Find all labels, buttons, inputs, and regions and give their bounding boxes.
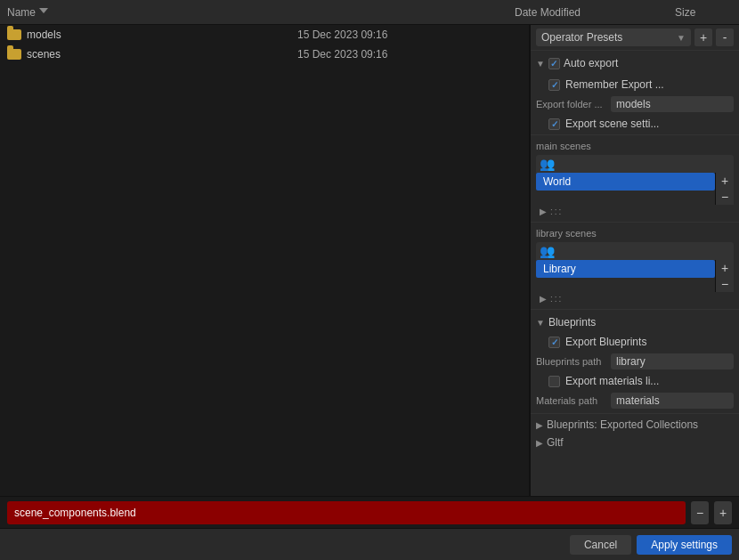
- col-name-label: Name: [7, 6, 36, 19]
- scene-item-label: World: [543, 175, 571, 188]
- scene-people-icon: 👥: [540, 157, 555, 171]
- list-item[interactable]: Library: [536, 260, 715, 278]
- file-name-label: scenes: [27, 48, 61, 61]
- blueprints-section: ▼ Blueprints: [531, 312, 739, 333]
- auto-export-label: Auto export: [564, 57, 618, 69]
- apply-settings-button[interactable]: Apply settings: [637, 535, 732, 555]
- main-scene-add-button[interactable]: +: [716, 173, 734, 189]
- list-item[interactable]: World: [536, 173, 715, 191]
- main-scenes-label: main scenes: [531, 137, 739, 153]
- blueprints-collapse-arrow-icon: ▼: [536, 318, 545, 328]
- sort-icon: [39, 8, 48, 17]
- remember-export-checkbox[interactable]: [548, 79, 560, 91]
- library-scenes-list-with-btns: Library + −: [536, 260, 734, 292]
- blueprints-path-label: Blueprints path: [536, 356, 607, 367]
- library-scenes-container: 👥 Library + − ▶ :::: [531, 240, 739, 307]
- file-date-cell: 15 Dec 2023 09:16: [290, 48, 451, 61]
- main-scenes-list-with-btns: World + −: [536, 173, 734, 205]
- folder-icon: [7, 49, 21, 60]
- expand-arrow-icon: ▶: [536, 420, 543, 430]
- filename-input[interactable]: [7, 501, 686, 524]
- cancel-button[interactable]: Cancel: [570, 535, 631, 555]
- export-materials-row: Export materials li...: [531, 372, 739, 390]
- minus-button[interactable]: −: [691, 501, 709, 524]
- export-blueprints-row: Export Blueprints: [531, 333, 739, 351]
- remember-export-label: Remember Export ...: [565, 78, 664, 91]
- blueprints-path-value[interactable]: library: [611, 353, 734, 369]
- remember-export-row: Remember Export ...: [531, 76, 739, 93]
- scene-item-label: Library: [543, 263, 576, 275]
- collapse-arrow-icon: ▼: [536, 59, 545, 69]
- export-blueprints-label: Export Blueprints: [565, 336, 646, 348]
- materials-path-row: Materials path materials: [531, 390, 739, 411]
- main-content: models 15 Dec 2023 09:16 scenes 15 Dec 2…: [0, 25, 739, 496]
- auto-export-checkbox[interactable]: [548, 58, 560, 69]
- dialog-buttons: Cancel Apply settings: [0, 528, 739, 560]
- export-scene-settings-checkbox[interactable]: [548, 118, 560, 130]
- library-scenes-header: 👥: [536, 242, 734, 260]
- export-scene-settings-row: Export scene setti...: [531, 115, 739, 133]
- right-panel: Operator Presets ▼ + - ▼ Auto export Rem…: [530, 25, 739, 496]
- presets-label: Operator Presets: [541, 31, 622, 44]
- export-scene-settings-label: Export scene setti...: [565, 118, 659, 130]
- file-name-cell: scenes: [7, 48, 290, 61]
- blueprints-collapsible-header[interactable]: ▼ Blueprints: [536, 313, 734, 331]
- blueprints-exported-collections-label: Blueprints: Exported Collections: [547, 418, 698, 431]
- col-size-header[interactable]: Size: [668, 6, 739, 19]
- auto-export-header[interactable]: ▼ Auto export: [536, 54, 734, 72]
- library-scene-remove-button[interactable]: −: [716, 276, 734, 292]
- gltf-item[interactable]: ▶ Gltf: [531, 434, 739, 451]
- list-item[interactable]: scenes 15 Dec 2023 09:16: [0, 45, 529, 64]
- materials-path-label: Materials path: [536, 395, 607, 406]
- export-folder-value[interactable]: models: [611, 96, 734, 112]
- list-item[interactable]: models 15 Dec 2023 09:16: [0, 25, 529, 45]
- gltf-expand-arrow-icon: ▶: [536, 438, 543, 448]
- presets-remove-button[interactable]: -: [716, 28, 734, 46]
- dropdown-arrow-icon: ▼: [677, 33, 686, 43]
- divider-3: [531, 309, 739, 310]
- library-transport-dots: :::: [550, 294, 563, 304]
- operator-presets-dropdown[interactable]: Operator Presets ▼: [536, 28, 691, 46]
- export-materials-label: Export materials li...: [565, 375, 659, 387]
- export-folder-row: Export folder ... models: [531, 93, 739, 115]
- divider-4: [531, 413, 739, 414]
- presets-add-button[interactable]: +: [694, 28, 712, 46]
- file-browser-header: Name Date Modified Size: [0, 0, 739, 25]
- blueprints-label: Blueprints: [548, 316, 596, 329]
- export-blueprints-checkbox[interactable]: [548, 337, 560, 348]
- library-scenes-items: Library: [536, 260, 715, 292]
- col-date-header[interactable]: Date Modified: [508, 6, 668, 19]
- library-transport-play-icon[interactable]: ▶: [540, 294, 547, 304]
- presets-row: Operator Presets ▼ + -: [531, 25, 739, 51]
- file-browser: models 15 Dec 2023 09:16 scenes 15 Dec 2…: [0, 25, 530, 496]
- export-folder-label: Export folder ...: [536, 99, 607, 110]
- plus-button[interactable]: +: [714, 501, 732, 524]
- blueprints-path-row: Blueprints path library: [531, 351, 739, 372]
- file-name-cell: models: [7, 28, 290, 41]
- main-scene-transport-row: ▶ :::: [536, 205, 734, 218]
- auto-export-section: ▼ Auto export: [531, 51, 739, 76]
- library-scene-add-button[interactable]: +: [716, 260, 734, 276]
- blueprints-exported-collections-item[interactable]: ▶ Blueprints: Exported Collections: [531, 416, 739, 434]
- folder-icon: [7, 29, 21, 40]
- materials-path-value[interactable]: materials: [611, 393, 734, 409]
- file-date-cell: 15 Dec 2023 09:16: [290, 28, 451, 41]
- library-scenes-label: library scenes: [531, 224, 739, 240]
- main-scenes-buttons: + −: [715, 173, 734, 205]
- library-scene-transport-row: ▶ :::: [536, 292, 734, 305]
- library-scenes-buttons: + −: [715, 260, 734, 292]
- divider-1: [531, 134, 739, 135]
- export-materials-checkbox[interactable]: [548, 376, 560, 387]
- divider-2: [531, 222, 739, 223]
- file-name-label: models: [27, 28, 61, 41]
- main-scene-remove-button[interactable]: −: [716, 189, 734, 205]
- main-scenes-header: 👥: [536, 155, 734, 173]
- col-name-header[interactable]: Name: [0, 6, 508, 19]
- bottom-bar: − +: [0, 496, 739, 528]
- gltf-label: Gltf: [547, 436, 564, 449]
- transport-dots: :::: [550, 207, 563, 216]
- transport-play-icon[interactable]: ▶: [540, 207, 547, 216]
- main-scenes-container: 👥 World + − ▶ :::: [531, 153, 739, 220]
- main-scenes-items: World: [536, 173, 715, 205]
- library-scene-people-icon: 👥: [540, 244, 555, 258]
